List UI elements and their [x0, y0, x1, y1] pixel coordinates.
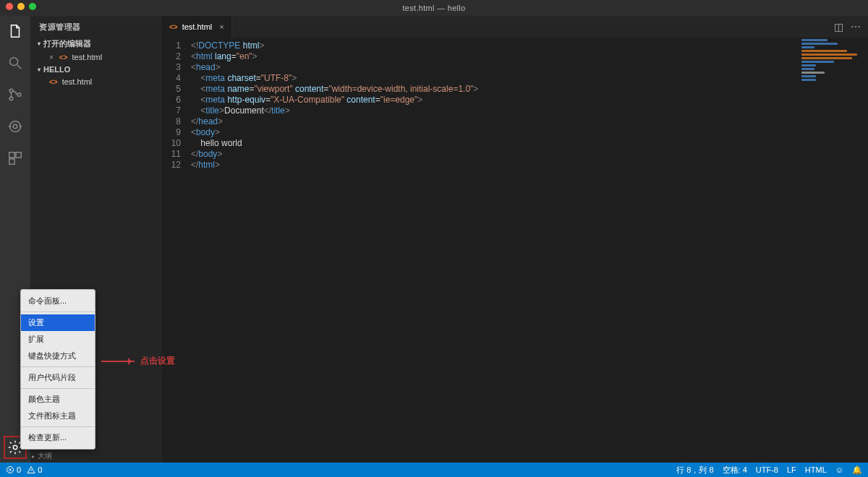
- file-tree-item[interactable]: <> test.html: [30, 75, 162, 88]
- svg-point-4: [17, 93, 21, 97]
- html-file-icon: <>: [59, 53, 68, 61]
- tab-label: test.html: [182, 22, 213, 31]
- svg-rect-9: [9, 152, 14, 158]
- code-line[interactable]: <title>Document</title>: [191, 106, 478, 116]
- html-file-icon: <>: [49, 78, 58, 86]
- line-number: 2: [162, 51, 181, 62]
- line-number: 11: [162, 149, 181, 160]
- line-number: 5: [162, 84, 181, 95]
- line-number: 9: [162, 127, 181, 138]
- open-editor-filename: test.html: [72, 53, 103, 61]
- debug-icon[interactable]: [6, 117, 25, 136]
- annotation-text: 点击设置: [140, 355, 175, 367]
- extensions-icon[interactable]: [6, 149, 25, 168]
- code-line[interactable]: hello world: [191, 138, 478, 149]
- code-line[interactable]: </head>: [191, 116, 478, 127]
- minimap[interactable]: [801, 39, 867, 90]
- menu-separator: [21, 311, 95, 312]
- code-line[interactable]: <head>: [191, 62, 478, 73]
- html-file-icon: <>: [169, 23, 178, 31]
- file-tree-filename: test.html: [62, 77, 93, 86]
- svg-point-3: [9, 97, 13, 100]
- sidebar-title: 资源管理器: [30, 16, 162, 37]
- more-actions-icon[interactable]: ⋯: [851, 21, 861, 33]
- eol-status[interactable]: LF: [787, 465, 796, 474]
- window-controls[interactable]: [6, 3, 36, 10]
- line-number: 7: [162, 106, 181, 116]
- errors-indicator[interactable]: 0: [6, 465, 21, 474]
- line-number: 3: [162, 62, 181, 73]
- workspace-section[interactable]: ▾ HELLO: [30, 64, 162, 75]
- line-number: 12: [162, 160, 181, 171]
- open-editors-section[interactable]: ▾ 打开的编辑器: [30, 37, 162, 51]
- chevron-right-icon: ▸: [32, 453, 35, 460]
- svg-line-1: [17, 65, 22, 69]
- menu-item[interactable]: 颜色主题: [21, 391, 95, 408]
- svg-point-6: [13, 124, 17, 129]
- encoding-status[interactable]: UTF-8: [756, 465, 778, 474]
- line-number: 8: [162, 116, 181, 127]
- menu-item[interactable]: 扩展: [21, 331, 95, 348]
- code-line[interactable]: <meta http-equiv="X-UA-Compatible" conte…: [191, 95, 478, 106]
- chevron-down-icon: ▾: [38, 40, 41, 47]
- menu-separator: [21, 388, 95, 389]
- tab-test-html[interactable]: <> test.html ×: [162, 16, 232, 38]
- status-bar: 0 0 行 8，列 8 空格: 4 UTF-8 LF HTML ☺ 🔔: [0, 463, 868, 477]
- line-number: 4: [162, 73, 181, 84]
- close-icon[interactable]: ×: [219, 22, 224, 31]
- code-line[interactable]: <body>: [191, 127, 478, 138]
- notifications-icon[interactable]: 🔔: [852, 465, 862, 475]
- warnings-indicator[interactable]: 0: [27, 465, 42, 474]
- svg-point-2: [9, 89, 13, 93]
- menu-separator: [21, 366, 95, 367]
- close-window-icon[interactable]: [6, 3, 13, 10]
- code-content[interactable]: <!DOCTYPE html><html lang="en"><head> <m…: [187, 38, 478, 463]
- annotation-arrow: 点击设置: [101, 355, 175, 367]
- code-line[interactable]: </body>: [191, 149, 478, 160]
- menu-item[interactable]: 检查更新...: [21, 429, 95, 446]
- menu-separator: [21, 426, 95, 427]
- search-icon[interactable]: [6, 53, 25, 72]
- cursor-position[interactable]: 行 8，列 8: [676, 465, 713, 476]
- line-number: 10: [162, 138, 181, 149]
- editor-tabs: <> test.html × ◫ ⋯: [162, 16, 868, 38]
- menu-item[interactable]: 用户代码片段: [21, 369, 95, 386]
- editor-group: <> test.html × ◫ ⋯ 123456789101112 <!DOC…: [162, 16, 868, 463]
- code-line[interactable]: <meta charset="UTF-8">: [191, 73, 478, 84]
- source-control-icon[interactable]: [6, 85, 25, 104]
- line-number: 1: [162, 40, 181, 51]
- minimize-window-icon[interactable]: [17, 3, 25, 10]
- code-line[interactable]: </html>: [191, 160, 478, 171]
- svg-rect-10: [16, 152, 21, 158]
- menu-item[interactable]: 设置: [21, 314, 95, 331]
- close-icon[interactable]: ×: [49, 53, 54, 61]
- menu-item[interactable]: 键盘快捷方式: [21, 348, 95, 364]
- svg-point-5: [10, 121, 21, 132]
- menu-item[interactable]: 文件图标主题: [21, 408, 95, 424]
- explorer-icon[interactable]: [6, 22, 25, 40]
- svg-point-0: [10, 58, 18, 66]
- outline-section[interactable]: ▸ 大纲: [32, 451, 52, 461]
- line-number-gutter: 123456789101112: [162, 38, 187, 463]
- code-editor[interactable]: 123456789101112 <!DOCTYPE html><html lan…: [162, 38, 868, 463]
- window-title: test.html — hello: [402, 4, 465, 12]
- title-bar: test.html — hello: [0, 0, 868, 16]
- language-mode[interactable]: HTML: [805, 465, 827, 474]
- settings-context-menu[interactable]: 命令面板...设置扩展键盘快捷方式用户代码片段颜色主题文件图标主题检查更新...: [20, 289, 95, 450]
- feedback-icon[interactable]: ☺: [835, 465, 843, 474]
- code-line[interactable]: <!DOCTYPE html>: [191, 40, 478, 51]
- menu-item[interactable]: 命令面板...: [21, 293, 95, 309]
- svg-point-12: [13, 445, 17, 450]
- open-editor-item[interactable]: × <> test.html: [30, 51, 162, 64]
- split-editor-icon[interactable]: ◫: [834, 21, 843, 33]
- line-number: 6: [162, 95, 181, 106]
- code-line[interactable]: <meta name="viewport" content="width=dev…: [191, 84, 478, 95]
- chevron-down-icon: ▾: [38, 66, 41, 73]
- indentation-status[interactable]: 空格: 4: [723, 465, 747, 476]
- code-line[interactable]: <html lang="en">: [191, 51, 478, 62]
- arrow-icon: [101, 361, 135, 362]
- maximize-window-icon[interactable]: [29, 3, 36, 10]
- svg-rect-11: [9, 159, 14, 164]
